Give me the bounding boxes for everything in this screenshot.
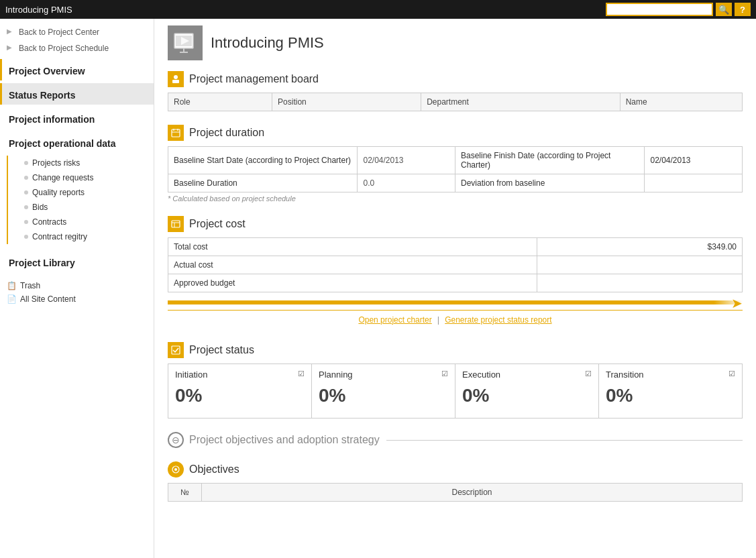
section-objectives: Objectives № Description: [168, 461, 743, 502]
cost-label-0: Total cost: [168, 238, 537, 256]
col-role: Role: [168, 93, 272, 111]
section-title-mgmt: Project management board: [189, 73, 319, 85]
baseline-duration-value: 0.0: [358, 174, 455, 192]
svg-rect-11: [172, 221, 180, 227]
svg-rect-7: [172, 129, 180, 137]
search-input[interactable]: [606, 3, 713, 16]
sidebar-item-project-operational-data[interactable]: Project operational data: [0, 131, 154, 153]
duration-icon: [168, 125, 184, 141]
table-row: Actual cost: [168, 256, 743, 274]
sidebar-item-project-information[interactable]: Project information: [0, 107, 154, 129]
sidebar-sub-label: Projects risks: [32, 158, 80, 168]
status-percent-2: 0%: [462, 385, 592, 406]
table-row: Approved budget: [168, 274, 743, 292]
search-button[interactable]: 🔍: [716, 3, 732, 16]
sidebar-item-bids[interactable]: Bids: [7, 200, 154, 215]
section-project-cost: Project cost Total cost $349.00 Actual c…: [168, 216, 743, 329]
status-label-3: Transition: [606, 370, 644, 380]
sidebar-item-back-project-center[interactable]: ▶ Back to Project Center: [0, 24, 154, 40]
cost-icon: [168, 216, 184, 232]
objectives-strategy-title: Project objectives and adoption strategy: [189, 434, 380, 446]
svg-rect-6: [172, 80, 179, 83]
status-check-icon-2: ☑: [585, 370, 592, 378]
col-department: Department: [421, 93, 620, 111]
section-title-duration: Project duration: [189, 127, 264, 139]
sidebar-item-project-overview[interactable]: Project Overview: [0, 59, 154, 80]
help-button[interactable]: ?: [735, 3, 751, 16]
generate-report-link[interactable]: Generate project status report: [445, 315, 551, 325]
col-num: №: [168, 484, 202, 502]
arrow-icon: ▶: [7, 27, 16, 37]
objectives-icon: [168, 461, 184, 478]
deviation-label: Deviation from baseline: [455, 174, 644, 192]
sidebar-item-projects-risks[interactable]: Projects risks: [7, 156, 154, 170]
status-percent-0: 0%: [175, 385, 305, 406]
table-row: Total cost $349.00: [168, 238, 743, 256]
sidebar-item-all-site-content[interactable]: 📄 All Site Content: [7, 292, 147, 306]
sidebar-sub-label: Contract regitry: [32, 232, 87, 241]
sidebar-item-back-project-schedule[interactable]: ▶ Back to Project Schedule: [0, 40, 154, 56]
section-header-status: Project status: [168, 342, 743, 358]
yellow-arrow-bar: [168, 300, 743, 304]
baseline-finish-value: 02/04/2013: [645, 147, 743, 174]
section-header-duration: Project duration: [168, 125, 743, 141]
sidebar-item-quality-reports[interactable]: Quality reports: [7, 185, 154, 200]
svg-point-16: [174, 468, 177, 471]
sidebar-item-project-library[interactable]: Project Library: [0, 251, 154, 272]
main-layout: ▶ Back to Project Center ▶ Back to Proje…: [0, 19, 756, 558]
sidebar-bottom-label: All Site Content: [20, 294, 76, 304]
arrow-icon: ▶: [7, 44, 16, 53]
status-label-0: Initiation: [175, 370, 207, 380]
col-description: Description: [202, 484, 743, 502]
status-check-icon-3: ☑: [728, 370, 735, 378]
svg-point-5: [174, 75, 178, 79]
trash-icon: 📋: [7, 281, 17, 290]
topbar-title: Introducing PMIS: [5, 5, 72, 15]
baseline-duration-label: Baseline Duration: [168, 174, 358, 192]
sidebar-item-contract-regitry[interactable]: Contract regitry: [7, 229, 154, 244]
cost-table: Total cost $349.00 Actual cost Approved …: [168, 237, 743, 292]
page-header: Introducing PMIS: [168, 25, 743, 60]
sidebar-bottom-label: Trash: [20, 281, 40, 290]
section-title-status: Project status: [189, 344, 254, 356]
objectives-line: [386, 440, 743, 441]
deviation-value: [645, 174, 743, 192]
section-project-duration: Project duration Baseline Start Date (ac…: [168, 125, 743, 203]
status-box-header-0: Initiation ☑: [175, 370, 305, 380]
link-bar: Open project charter | Generate project …: [168, 310, 743, 329]
sidebar-sub-label: Contracts: [32, 217, 66, 227]
status-box-header-2: Execution ☑: [462, 370, 592, 380]
section-project-status: Project status Initiation ☑ 0% Planning …: [168, 342, 743, 418]
sidebar-bottom: 📋 Trash 📄 All Site Content: [0, 275, 154, 310]
all-site-icon: 📄: [7, 294, 17, 304]
sidebar-item-status-reports[interactable]: Status Reports: [0, 83, 154, 105]
cost-label-1: Actual cost: [168, 256, 537, 274]
sidebar: ▶ Back to Project Center ▶ Back to Proje…: [0, 19, 154, 558]
topbar: Introducing PMIS 🔍 ?: [0, 0, 756, 19]
sidebar-item-change-requests[interactable]: Change requests: [7, 170, 154, 185]
status-box-execution: Execution ☑ 0%: [455, 364, 599, 418]
open-project-charter-link[interactable]: Open project charter: [358, 315, 431, 325]
mgmt-icon: [168, 71, 184, 87]
cost-label-2: Approved budget: [168, 274, 537, 292]
section-management-board: Project management board Role Position D…: [168, 71, 743, 111]
sidebar-item-contracts[interactable]: Contracts: [7, 215, 154, 229]
sidebar-item-trash[interactable]: 📋 Trash: [7, 279, 147, 292]
section-objectives-strategy: ⊖ Project objectives and adoption strate…: [168, 432, 743, 448]
status-icon: [168, 342, 184, 358]
status-box-header-3: Transition ☑: [606, 370, 735, 380]
dot-icon: [24, 161, 28, 165]
status-check-icon-1: ☑: [441, 370, 448, 378]
sidebar-sub-label: Change requests: [32, 173, 93, 182]
cost-value-1: [537, 256, 742, 274]
page-icon: [168, 25, 203, 60]
section-header-mgmt: Project management board: [168, 71, 743, 87]
cost-value-2: [537, 274, 742, 292]
section-header-objectives: Objectives: [168, 461, 743, 478]
status-box-planning: Planning ☑ 0%: [312, 364, 455, 418]
duration-note: * Calculated based on project schedule: [168, 194, 743, 203]
link-separator: |: [437, 315, 439, 325]
dot-icon: [24, 176, 28, 180]
table-row: Baseline Duration 0.0 Deviation from bas…: [168, 174, 743, 192]
section-title-objectives: Objectives: [189, 463, 239, 476]
